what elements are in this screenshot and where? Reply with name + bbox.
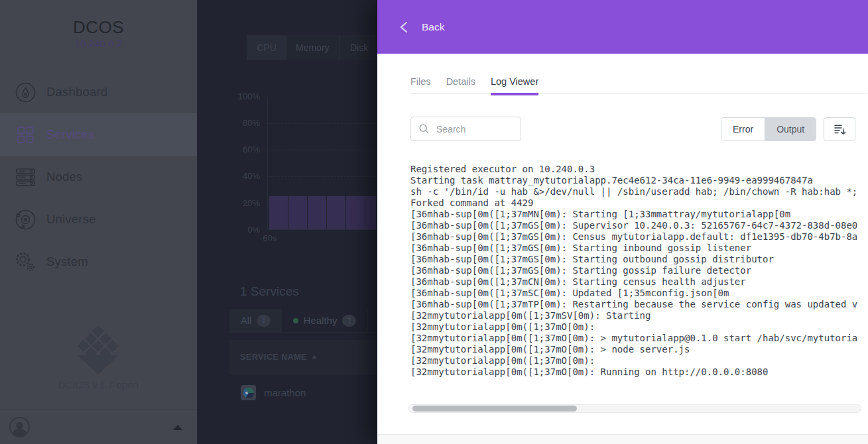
version-label: DC/OS v.1.7-open (0, 379, 197, 390)
sidebar-item-label: Services (46, 127, 95, 142)
filter-tab-healthy[interactable]: Healthy 1 (282, 309, 368, 332)
tab-cpu[interactable]: CPU (247, 35, 286, 60)
sidebar: DCOS 10.240.0.2 Dashboard (0, 0, 197, 444)
servers-icon (15, 167, 36, 188)
service-name: marathon (264, 387, 306, 398)
sidebar-nav: Dashboard Services (0, 71, 197, 283)
gears-icon (15, 252, 36, 272)
back-button[interactable]: Back (377, 0, 868, 54)
x-axis-line (268, 229, 376, 230)
table-header-service-name[interactable]: SERVICE NAME (229, 340, 376, 374)
log-horizontal-scrollbar[interactable] (408, 404, 861, 413)
sidebar-item-universe[interactable]: Universe (0, 198, 197, 241)
resource-tabs: CPU Memory Disk (247, 35, 376, 60)
count-badge: 1 (342, 315, 356, 327)
healthy-dot-icon (293, 318, 298, 323)
y-axis-line (267, 97, 268, 229)
gauge-icon (15, 82, 36, 103)
filter-label: All (241, 315, 252, 326)
panel-footer (377, 434, 868, 444)
scrollbar-thumb[interactable] (412, 406, 577, 412)
back-label: Back (422, 21, 444, 33)
dashboard-page: CPU Memory Disk 100% 80% 60% 40% 20% 0% … (197, 0, 376, 444)
user-menu[interactable] (0, 410, 197, 444)
chevron-left-icon (400, 21, 408, 33)
task-detail-panel: Back Files Details Log Viewer Error Outp… (376, 0, 868, 444)
filter-tab-all[interactable]: All 1 (229, 309, 282, 332)
cpu-usage-bar (327, 196, 345, 229)
filter-label: Healthy (304, 315, 338, 326)
cluster-ip: 10.240.0.2 (0, 38, 197, 49)
cpu-usage-bar (346, 196, 365, 229)
cpu-usage-bar (308, 196, 326, 229)
sidebar-item-system[interactable]: System (0, 241, 197, 283)
sort-asc-icon (312, 355, 317, 359)
brand-title: DCOS (0, 17, 197, 38)
cpu-usage-bar (288, 196, 307, 229)
y-tick: 40% (223, 171, 260, 181)
avatar (9, 417, 30, 437)
cpu-usage-chart (269, 97, 376, 229)
search-input[interactable] (435, 123, 511, 135)
panel-tabs: Files Details Log Viewer (410, 69, 867, 94)
services-count-heading: 1 Services (240, 284, 299, 299)
sidebar-item-label: Universe (46, 212, 96, 227)
tab-log-viewer[interactable]: Log Viewer (491, 69, 538, 94)
sidebar-item-label: Dashboard (46, 85, 107, 99)
table-row-marathon[interactable]: marathon (229, 374, 376, 411)
error-toggle-button[interactable]: Error (721, 118, 765, 140)
log-stream-toggle: Error Output (721, 117, 816, 141)
log-text: Registered executor on 10.240.0.3 Starti… (410, 164, 859, 378)
download-log-button[interactable] (824, 117, 855, 141)
download-log-icon (834, 123, 846, 136)
tab-files[interactable]: Files (410, 69, 431, 94)
count-badge: 1 (257, 315, 271, 327)
sidebar-item-dashboard[interactable]: Dashboard (0, 71, 197, 113)
service-filter-tabs: All 1 Healthy 1 (229, 309, 376, 333)
y-tick: 60% (223, 144, 260, 154)
cpu-usage-bar (365, 196, 376, 229)
log-output: Registered executor on 10.240.0.3 Starti… (410, 164, 859, 380)
x-tick: -60s (250, 233, 286, 243)
grid-icon (15, 125, 36, 145)
caret-up-icon (173, 425, 182, 430)
planet-icon (15, 209, 36, 230)
marathon-icon (241, 385, 256, 400)
sidebar-item-label: Nodes (46, 170, 82, 184)
log-search (410, 117, 521, 141)
search-icon (419, 124, 429, 134)
tab-details[interactable]: Details (446, 69, 475, 94)
sidebar-item-label: System (46, 254, 88, 269)
tab-disk[interactable]: Disk (340, 35, 376, 60)
y-tick: 100% (223, 91, 260, 101)
y-tick: 80% (223, 118, 260, 128)
output-toggle-button[interactable]: Output (765, 118, 816, 140)
dcos-app: DCOS 10.240.0.2 Dashboard (0, 0, 868, 444)
cpu-usage-bar (269, 196, 288, 229)
sidebar-item-nodes[interactable]: Nodes (0, 156, 197, 198)
sidebar-item-services[interactable]: Services (0, 113, 197, 156)
y-tick: 20% (223, 198, 260, 208)
tab-memory[interactable]: Memory (286, 35, 340, 60)
